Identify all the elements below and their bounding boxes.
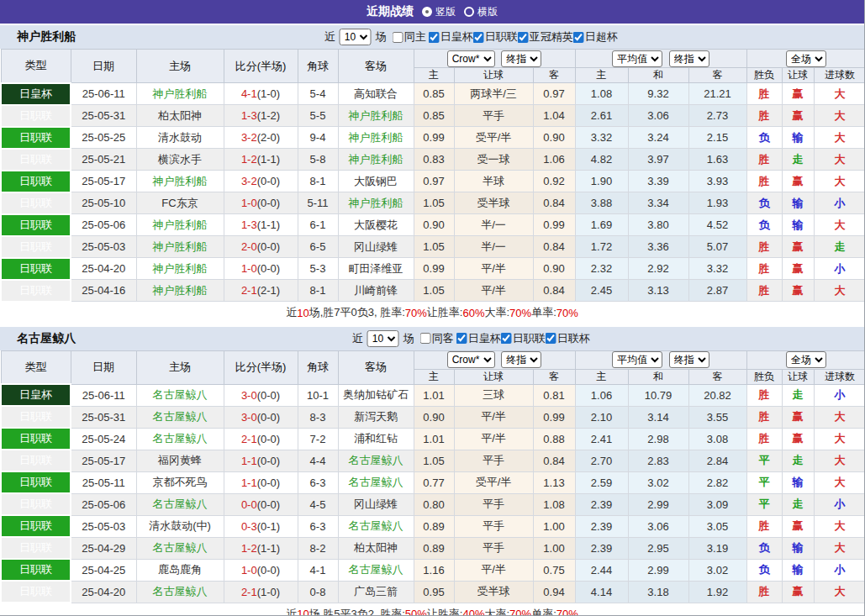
league-filter-group: 日皇杯日职联亚冠精英日超杯 [429,29,618,45]
same-venue-toggle[interactable]: 同客 [420,331,454,346]
match-row: 日职联25-05-31名古屋鲸八3-0(0-0)8-3新泻天鹅0.90平/半0.… [1,406,865,428]
same-venue-toggle[interactable]: 同主 [393,29,426,45]
away-team: 大阪樱花 [338,214,414,236]
result-winlose: 负 [746,192,782,214]
avg-away-odds: 3.02 [688,559,746,581]
col-result: 胜负 [746,68,782,83]
avg-away-odds: 3.32 [688,258,746,280]
avg-home-odds: 2.70 [575,450,628,471]
average-time-select[interactable]: 终指 [669,50,709,67]
match-date: 25-05-03 [71,236,136,258]
handicap-line: 平/半 [454,258,533,280]
avg-home-odds: 2.10 [575,406,628,428]
summary-percent: 40% [462,608,484,616]
avg-home-odds: 1.06 [575,384,628,406]
avg-draw-odds: 3.24 [628,127,688,149]
result-handicap: 走 [782,493,814,515]
handicap-home-odds: 0.99 [414,127,454,149]
league-checkbox[interactable] [573,32,584,43]
league-filter[interactable]: 日皇杯 [429,29,473,45]
result-handicap: 输 [782,471,814,493]
score-cell: 4-1(1-0) [224,83,298,105]
handicap-away-odds: 0.84 [533,192,575,214]
away-team: 冈山绿雉 [338,236,414,258]
avg-away-odds: 21.21 [688,83,746,105]
col-away: 客场 [338,50,414,83]
home-team: 福冈黄蜂 [136,450,224,471]
avg-draw-odds: 10.79 [628,384,688,406]
same-venue-checkbox[interactable] [393,32,403,43]
league-checkbox[interactable] [473,32,484,43]
handicap-line: 平手 [454,493,533,515]
match-date: 25-06-11 [71,83,136,105]
result-winlose: 胜 [746,171,782,192]
average-select[interactable]: 平均值 [612,50,662,67]
avg-home-odds: 1.08 [575,83,628,105]
result-handicap: 输 [782,537,814,559]
league-filter[interactable]: 日超杯 [573,29,618,45]
score-cell: 2-1(1-0) [224,581,298,603]
average-time-select[interactable]: 终指 [669,351,709,368]
league-filter[interactable]: 日联杯 [546,331,590,346]
home-team: 名古屋鲸八 [136,428,224,450]
layout-radio-vertical[interactable]: 竖版 [422,5,456,19]
league-filter[interactable]: 日职联 [473,29,518,45]
match-row: 日职联25-04-20神户胜利船1-0(0-0)5-3町田泽维亚0.99平/半0… [1,258,865,280]
home-team: 神户胜利船 [136,236,224,258]
fullmatch-select[interactable]: 全场 [786,50,826,67]
halftime-score: (0-0) [257,389,280,402]
score-cell: 1-0(0-0) [224,192,298,214]
handicap-away-odds: 0.99 [533,406,575,428]
summary-percent: 70% [556,307,578,319]
corner-count: 6-3 [298,471,338,493]
same-venue-checkbox[interactable] [420,333,431,344]
corner-count: 8-1 [298,280,338,302]
result-goals: 小 [814,384,865,406]
competition-type: 日职联 [1,406,71,428]
handicap-away-odds: 1.08 [533,493,575,515]
filter-controls: 近 10 场 同主 日皇杯日职联亚冠精英日超杯 [324,29,618,45]
home-team: 名古屋鲸八 [136,537,224,559]
league-checkbox[interactable] [456,333,467,344]
league-filter[interactable]: 日职联 [501,331,546,346]
league-checkbox[interactable] [546,333,556,344]
radio-selected-icon[interactable] [422,7,432,17]
match-date: 25-04-25 [71,559,136,581]
bookmaker-select[interactable]: Crow* [447,351,495,368]
league-filter[interactable]: 亚冠精英 [518,29,573,45]
handicap-line: 平手 [454,515,533,537]
halftime-score: (0-0) [257,262,280,275]
handicap-away-odds: 0.90 [533,258,575,280]
avg-home-odds: 2.39 [575,515,628,537]
home-team: FC东京 [136,192,224,214]
handicap-line: 受半球 [454,192,533,214]
average-select[interactable]: 平均值 [612,351,662,368]
league-filter[interactable]: 日皇杯 [456,331,501,346]
handicap-home-odds: 0.85 [414,105,454,127]
handicap-time-select[interactable]: 终指 [501,50,541,67]
match-date: 25-06-11 [71,384,136,406]
league-checkbox[interactable] [429,32,440,43]
handicap-away-odds: 0.92 [533,171,575,192]
match-count-select[interactable]: 10 [367,330,399,347]
avg-draw-odds: 3.06 [628,515,688,537]
avg-home-odds: 3.88 [575,192,628,214]
layout-radio-horizontal[interactable]: 横版 [464,5,498,19]
radio-unselected-icon[interactable] [464,7,474,17]
radio-vertical-label: 竖版 [435,5,456,19]
fullmatch-select[interactable]: 全场 [786,351,826,368]
handicap-time-select[interactable]: 终指 [501,351,541,368]
avg-away-odds: 5.07 [688,236,746,258]
fulltime-score: 0-0 [241,498,257,511]
corner-count: 5-3 [298,258,338,280]
avg-home-odds: 2.39 [575,493,628,515]
result-goals: 大 [814,149,865,171]
bookmaker-select[interactable]: Crow* [447,50,495,67]
away-team: 町田泽维亚 [338,258,414,280]
match-count-select[interactable]: 10 [340,29,372,45]
halftime-score: (0-0) [257,455,280,467]
league-checkbox[interactable] [518,32,529,43]
match-date: 25-04-16 [71,280,136,302]
avg-home-odds: 2.61 [575,105,628,127]
league-checkbox[interactable] [501,333,512,344]
